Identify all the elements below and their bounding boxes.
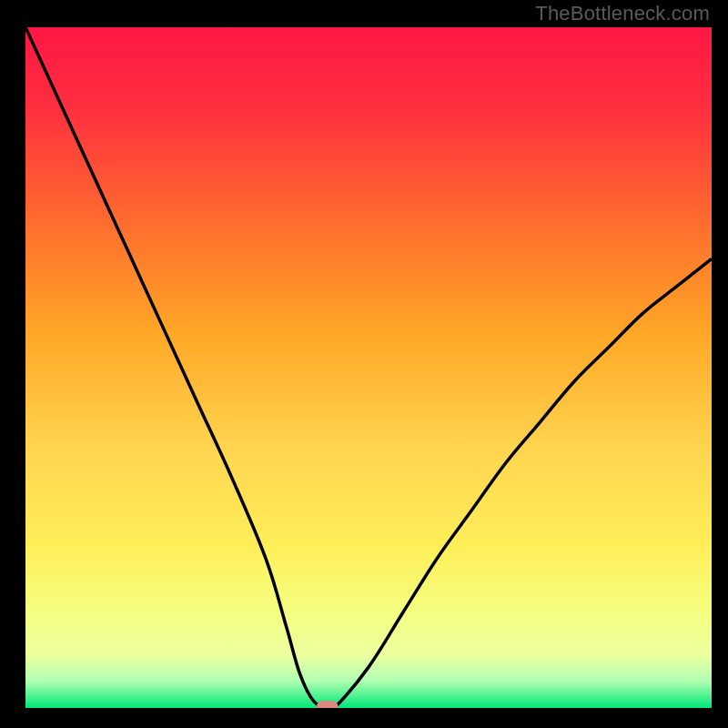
frame [0, 0, 25, 728]
chart-container: TheBottleneck.com [0, 0, 728, 728]
attribution-label: TheBottleneck.com [535, 2, 710, 25]
plot-background [25, 27, 712, 708]
frame [712, 0, 728, 728]
bottleneck-chart [0, 0, 728, 728]
frame [0, 708, 728, 728]
